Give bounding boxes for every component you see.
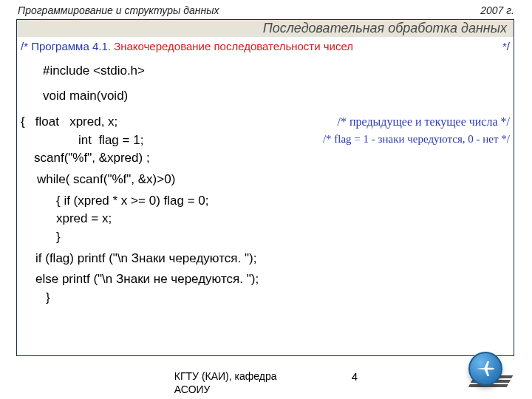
code-main-sig: void main(void) <box>21 80 510 106</box>
program-comment-highlight: Знакочередование последовательности чисе… <box>114 40 353 52</box>
code-brace-inner: } <box>21 228 510 247</box>
course-title: Программирование и структуры данных <box>18 4 219 16</box>
program-comment-suffix: */ <box>502 38 510 55</box>
code-scanf1: scanf("%f", &xpred) ; <box>21 149 510 168</box>
code-flag-row: int flag = 1; /* flag = 1 - знаки череду… <box>21 132 510 150</box>
year-label: 2007 г. <box>480 4 514 16</box>
code-while: while( scanf("%f", &x)>0) <box>21 168 510 189</box>
footer-org: КГТУ (КАИ), кафедра АСОИУ <box>174 370 307 396</box>
code-decl-row: { float xpred, x; /* предыдущее и текуще… <box>21 106 510 132</box>
code-brace-outer: } <box>21 289 510 307</box>
globe-icon <box>468 352 502 386</box>
code-include: #include <stdio.h> <box>21 55 510 81</box>
program-comment: /* Программа 4.1. Знакочередование после… <box>21 38 510 55</box>
code-flag: int flag = 1; <box>21 132 143 150</box>
code-flag-comment: /* flag = 1 - знаки чередуются, 0 - нет … <box>323 132 510 150</box>
code-decl: { float xpred, x; <box>21 113 117 132</box>
slide-footer: КГТУ (КАИ), кафедра АСОИУ 4 <box>0 370 532 396</box>
code-assign: xpred = x; <box>21 210 510 228</box>
code-if: { if (xpred * x >= 0) flag = 0; <box>21 189 510 211</box>
program-comment-prefix: /* Программа 4.1. <box>21 40 111 52</box>
institution-logo <box>468 352 510 393</box>
slide-header: Программирование и структуры данных 2007… <box>0 0 532 16</box>
airplane-icon <box>474 358 497 380</box>
code-decl-comment: /* предыдущее и текущее числа */ <box>338 113 510 132</box>
page-number: 4 <box>352 370 358 383</box>
code-listing: /* Программа 4.1. Знакочередование после… <box>21 38 510 307</box>
code-if-flag: if (flag) printf ("\n Знаки чередуются. … <box>21 247 510 268</box>
code-else: else printf ("\n Знаки не чередуются. ")… <box>21 267 510 289</box>
